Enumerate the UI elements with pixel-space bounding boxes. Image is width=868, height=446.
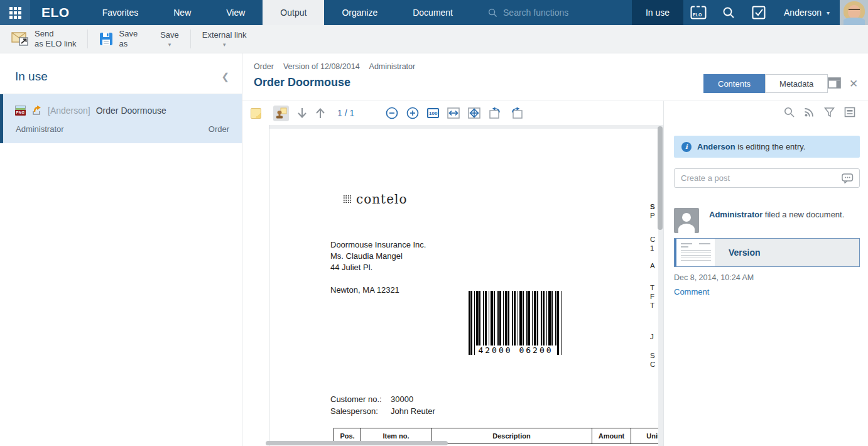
tab-contents[interactable]: Contents bbox=[703, 74, 765, 93]
rotate-right-icon bbox=[510, 107, 523, 119]
contelo-wordmark: contelo bbox=[356, 192, 407, 207]
nav-item-organize[interactable]: Organize bbox=[324, 0, 395, 25]
next-annotation-button[interactable] bbox=[315, 107, 325, 119]
document-list-item[interactable]: PNG [Anderson] Order Doormouse Administr… bbox=[0, 94, 242, 143]
col-amount: Amount bbox=[592, 428, 631, 443]
event-user-link[interactable]: Administrator bbox=[709, 210, 762, 219]
save-label: Save bbox=[160, 30, 179, 40]
document-type: Order bbox=[209, 124, 229, 134]
filter-funnel-icon bbox=[824, 107, 835, 117]
customer-info: Customer no.:30000 Salesperson:John Reut… bbox=[330, 394, 435, 418]
main-menu: Favorites New View Output Organize Docum… bbox=[85, 0, 470, 25]
nav-item-view[interactable]: View bbox=[209, 0, 263, 25]
chevron-down-icon: ▾ bbox=[223, 42, 226, 48]
rotate-left-icon bbox=[489, 107, 502, 119]
annotation-stamp-button[interactable] bbox=[273, 106, 289, 121]
fit-page-icon bbox=[468, 107, 480, 119]
external-link-label: External link bbox=[202, 30, 247, 40]
horizontal-scrollbar[interactable] bbox=[266, 441, 448, 445]
nav-item-new[interactable]: New bbox=[156, 0, 209, 25]
page-title: Order Doormouse bbox=[254, 76, 350, 89]
feed-toolbar bbox=[784, 107, 855, 117]
in-use-view-button[interactable]: In use bbox=[632, 0, 683, 25]
zoom-in-button[interactable] bbox=[406, 107, 419, 119]
fit-width-button[interactable] bbox=[447, 107, 460, 119]
editing-user-link[interactable]: Anderson bbox=[697, 142, 735, 151]
search-icon bbox=[488, 8, 497, 18]
user-menu-button[interactable]: Anderson ▾ bbox=[774, 0, 840, 25]
checked-out-icon bbox=[31, 105, 42, 116]
app-grid-icon bbox=[9, 7, 21, 19]
viewer-toolbar: 1 / 1 100 bbox=[242, 101, 663, 125]
tasks-button[interactable] bbox=[744, 0, 774, 25]
previous-annotation-button[interactable] bbox=[297, 107, 307, 119]
nav-item-output[interactable]: Output bbox=[263, 0, 324, 25]
version-thumbnail bbox=[675, 239, 715, 266]
comment-link[interactable]: Comment bbox=[674, 287, 709, 296]
sticky-note-icon[interactable] bbox=[251, 108, 261, 119]
elo-logo: ELO bbox=[30, 0, 85, 25]
feed-search-button[interactable] bbox=[784, 107, 795, 117]
breadcrumb-item-order[interactable]: Order bbox=[254, 62, 274, 71]
breadcrumb-item-administrator[interactable]: Administrator bbox=[369, 62, 416, 71]
rotate-right-button[interactable] bbox=[510, 107, 523, 119]
in-use-sidebar: In use ❮ PNG [Anderson] Order Doormouse … bbox=[0, 53, 242, 446]
create-post-box[interactable] bbox=[674, 168, 860, 188]
zoom-100-button[interactable]: 100 bbox=[427, 108, 439, 118]
salesperson-label: Salesperson: bbox=[330, 406, 391, 418]
search-functions-input[interactable] bbox=[503, 8, 597, 18]
document-header: Order Version of 12/08/2014 Administrato… bbox=[242, 53, 868, 101]
sidebar-title: In use bbox=[15, 70, 48, 84]
tasks-checkbox-icon bbox=[752, 6, 766, 19]
zoom-out-button[interactable] bbox=[386, 107, 398, 119]
elo-spaces-button[interactable]: ELO bbox=[683, 0, 713, 25]
save-as-button[interactable]: Save as bbox=[88, 25, 149, 53]
feed-subscribe-button[interactable] bbox=[804, 107, 815, 117]
nav-item-favorites[interactable]: Favorites bbox=[85, 0, 156, 25]
salesperson-value: John Reuter bbox=[391, 406, 435, 418]
topbar-right-cluster: In use ELO Anderson ▾ bbox=[632, 0, 868, 25]
feed-filter-button[interactable] bbox=[824, 107, 835, 117]
document-owner: Administrator bbox=[16, 124, 64, 134]
layout-toggle-button[interactable] bbox=[828, 77, 841, 91]
rotate-left-button[interactable] bbox=[489, 107, 502, 119]
version-card[interactable]: Version bbox=[674, 238, 860, 267]
document-page: contelo Doormouse Insurance Inc. Ms. Cla… bbox=[269, 129, 658, 446]
minus-circle-icon bbox=[386, 107, 398, 119]
recipient-address: Doormouse Insurance Inc. Ms. Claudia Man… bbox=[330, 239, 426, 296]
col-unit: Unit bbox=[631, 428, 658, 443]
breadcrumb-item-version[interactable]: Version of 12/08/2014 bbox=[283, 62, 360, 71]
comment-bubble-icon bbox=[842, 173, 859, 183]
external-link-dropdown-button[interactable]: External link ▾ bbox=[191, 25, 258, 53]
nav-item-document[interactable]: Document bbox=[395, 0, 470, 25]
function-search[interactable] bbox=[488, 0, 597, 25]
stamp-note-icon bbox=[275, 107, 287, 119]
app-grid-button[interactable] bbox=[0, 0, 30, 25]
customer-no-value: 30000 bbox=[391, 394, 413, 406]
feed-event: Administrator filed a new document. bbox=[674, 208, 860, 219]
create-post-input[interactable] bbox=[675, 173, 842, 183]
global-search-button[interactable] bbox=[713, 0, 744, 25]
arrow-down-icon bbox=[297, 107, 307, 119]
save-as-label: Save as bbox=[119, 29, 138, 50]
close-button[interactable]: ✕ bbox=[849, 77, 858, 90]
document-name: Order Doormouse bbox=[96, 106, 166, 116]
user-avatar[interactable] bbox=[840, 0, 868, 25]
version-label: Version bbox=[729, 247, 761, 258]
feed-options-button[interactable] bbox=[844, 107, 855, 117]
plus-circle-icon bbox=[406, 107, 419, 119]
layout-icon bbox=[828, 77, 841, 89]
tab-metadata[interactable]: Metadata bbox=[765, 74, 828, 93]
vertical-scrollbar[interactable] bbox=[658, 126, 663, 230]
editing-info-banner: i Anderson is editing the entry. bbox=[674, 136, 860, 158]
send-as-elo-link-button[interactable]: Send as ELO link bbox=[0, 25, 87, 53]
fit-width-icon bbox=[447, 107, 460, 119]
fit-page-button[interactable] bbox=[468, 107, 480, 119]
png-file-icon: PNG bbox=[15, 106, 26, 116]
save-dropdown-button[interactable]: Save ▾ bbox=[149, 25, 190, 53]
collapse-panel-button[interactable]: ❮ bbox=[221, 71, 229, 82]
feed-event-text: Administrator filed a new document. bbox=[709, 208, 860, 219]
barcode-digits: 42000 06200 bbox=[475, 345, 556, 355]
elo-spaces-icon: ELO bbox=[690, 6, 707, 19]
contelo-logo: contelo bbox=[343, 192, 407, 207]
